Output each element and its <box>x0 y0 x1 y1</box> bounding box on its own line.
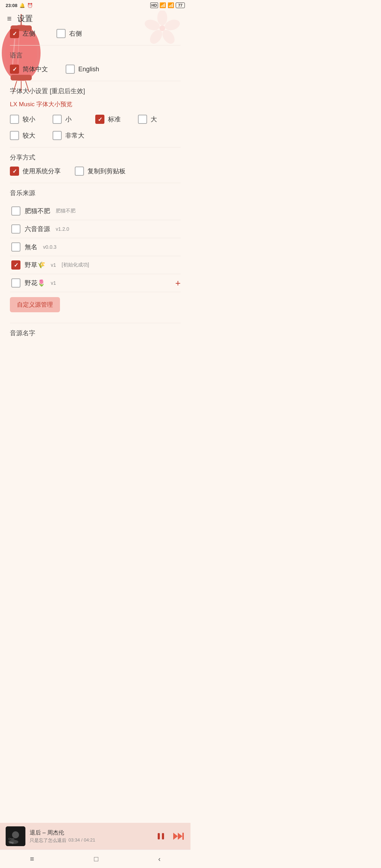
language-section-label: 语言 <box>10 51 181 60</box>
font-xlarge-label: 非常大 <box>65 131 84 140</box>
layout-option-group: 左侧 右侧 <box>10 29 181 38</box>
hd-label: HD <box>150 2 158 8</box>
page-title: 设置 <box>17 13 33 24</box>
clock-icon: ⏰ <box>27 3 33 8</box>
font-larger-label: 较大 <box>23 131 35 140</box>
source-5-wrapper[interactable] <box>11 278 20 288</box>
font-small-label: 小 <box>65 115 72 123</box>
right-label: 右侧 <box>69 29 82 38</box>
font-standard-label: 标准 <box>108 115 121 123</box>
font-standard-wrapper[interactable]: 标准 <box>95 115 138 124</box>
source-1-name: 肥猫不肥 <box>25 207 50 215</box>
divider-2 <box>10 81 181 81</box>
font-standard-checkbox[interactable] <box>95 115 104 124</box>
source-item-2: 六音音源 v1.2.0 <box>10 220 181 238</box>
status-left: 23:08 🔔 ⏰ <box>6 3 33 8</box>
custom-source-button[interactable]: 自定义源管理 <box>10 297 60 312</box>
zh-checkbox[interactable] <box>10 65 19 74</box>
en-checkbox[interactable] <box>66 65 75 74</box>
font-large-label: 大 <box>151 115 157 123</box>
font-small-checkbox[interactable] <box>53 115 62 124</box>
font-xlarge-checkbox[interactable] <box>53 131 62 140</box>
divider-4 <box>10 183 181 183</box>
source-item-1: 肥猫不肥 肥猫不肥 <box>10 202 181 220</box>
font-large-checkbox[interactable] <box>138 115 147 124</box>
source-4-wrapper[interactable] <box>11 260 20 270</box>
source-2-version: v1.2.0 <box>56 226 69 232</box>
font-smaller-checkbox[interactable] <box>10 115 19 124</box>
share-copy-wrapper[interactable]: 复制到剪贴板 <box>75 167 126 176</box>
source-3-name: 無名 <box>25 243 37 251</box>
right-checkbox[interactable] <box>56 29 66 38</box>
left-option-wrapper[interactable]: 左侧 <box>10 29 35 38</box>
alarm-icon: 🔔 <box>19 3 25 8</box>
share-section-label: 分享方式 <box>10 153 181 162</box>
font-larger-checkbox[interactable] <box>10 131 19 140</box>
font-small-wrapper[interactable]: 小 <box>53 115 95 124</box>
toolbar: ≡ 设置 <box>0 10 190 29</box>
share-system-checkbox[interactable] <box>10 167 19 176</box>
zh-label: 简体中文 <box>23 65 48 73</box>
source-2-name: 六音音源 <box>25 225 50 233</box>
source-1-wrapper[interactable] <box>11 206 20 216</box>
source-item-5: 野花🌷 v1 + <box>10 274 181 292</box>
share-copy-label: 复制到剪贴板 <box>87 167 126 175</box>
source-2-wrapper[interactable] <box>11 224 20 234</box>
font-smaller-wrapper[interactable]: 较小 <box>10 115 53 124</box>
share-options-row: 使用系统分享 复制到剪贴板 <box>10 167 181 176</box>
font-preview-text: LX Music 字体大小预览 <box>10 100 181 108</box>
source-3-version: v0.0.3 <box>43 244 56 250</box>
source-4-checkbox[interactable] <box>11 260 20 270</box>
left-checkbox[interactable] <box>10 29 19 38</box>
source-3-wrapper[interactable] <box>11 242 20 252</box>
add-source-icon[interactable]: + <box>175 278 181 289</box>
font-large-wrapper[interactable]: 大 <box>138 115 181 124</box>
source-2-checkbox[interactable] <box>11 224 20 234</box>
music-source-option-group: 音乐来源 肥猫不肥 肥猫不肥 六音音源 v1.2.0 無名 v0.0.3 <box>10 189 181 316</box>
status-bar: 23:08 🔔 ⏰ HD 📶 📶 77 <box>0 0 190 10</box>
status-time: 23:08 <box>6 3 17 8</box>
source-5-checkbox[interactable] <box>11 278 20 288</box>
share-system-label: 使用系统分享 <box>23 167 61 175</box>
right-option-wrapper[interactable]: 右侧 <box>56 29 82 38</box>
source-4-name: 野草🌾 <box>25 261 45 269</box>
font-size-section-label: 字体大小设置 [重启后生效] <box>10 87 181 95</box>
source-1-subname: 肥猫不肥 <box>56 208 75 214</box>
layout-options-row: 左侧 右侧 <box>10 29 181 38</box>
source-item-4: 野草🌾 v1 [初始化成功] <box>10 256 181 274</box>
divider-5 <box>10 323 181 323</box>
source-5-name: 野花🌷 <box>25 279 45 287</box>
settings-content: 左侧 右侧 语言 简体中文 English 字体大小设置 [重启后生效 <box>0 29 190 392</box>
divider-3 <box>10 147 181 147</box>
language-option-group: 语言 简体中文 English <box>10 51 181 74</box>
battery-indicator: 77 <box>176 2 185 8</box>
language-options-row: 简体中文 English <box>10 65 181 74</box>
signal-icon: 📶 <box>159 2 166 8</box>
source-5-version: v1 <box>51 280 56 286</box>
font-size-option-group: 字体大小设置 [重启后生效] LX Music 字体大小预览 较小 小 标准 <box>10 87 181 140</box>
share-option-group: 分享方式 使用系统分享 复制到剪贴板 <box>10 153 181 176</box>
source-1-checkbox[interactable] <box>11 206 20 216</box>
source-3-checkbox[interactable] <box>11 242 20 252</box>
en-option-wrapper[interactable]: English <box>66 65 99 74</box>
left-label: 左侧 <box>23 29 35 38</box>
source-name-label: 音源名字 <box>10 329 181 337</box>
share-system-wrapper[interactable]: 使用系统分享 <box>10 167 61 176</box>
status-right: HD 📶 📶 77 <box>150 2 185 8</box>
en-label: English <box>78 66 99 73</box>
font-larger-wrapper[interactable]: 较大 <box>10 131 53 140</box>
source-item-3: 無名 v0.0.3 <box>10 238 181 256</box>
share-copy-checkbox[interactable] <box>75 167 84 176</box>
divider-1 <box>10 45 181 46</box>
wifi-icon: 📶 <box>168 2 174 8</box>
font-xlarge-wrapper[interactable]: 非常大 <box>53 131 116 140</box>
menu-icon[interactable]: ≡ <box>7 14 12 23</box>
source-4-version: v1 <box>51 262 56 268</box>
music-source-section-label: 音乐来源 <box>10 189 181 197</box>
zh-option-wrapper[interactable]: 简体中文 <box>10 65 48 74</box>
source-4-status: [初始化成功] <box>60 262 89 268</box>
font-smaller-label: 较小 <box>23 115 35 123</box>
